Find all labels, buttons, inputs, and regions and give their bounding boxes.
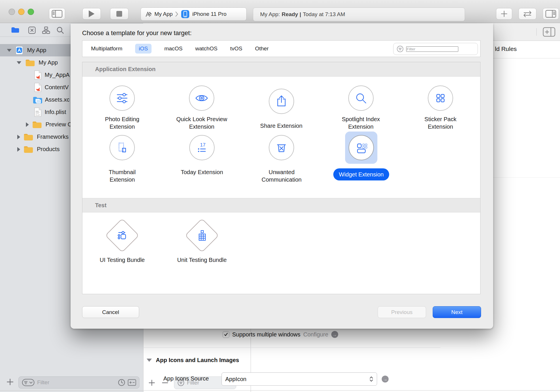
template-share-extension[interactable]: Share Extension — [241, 85, 321, 130]
tab-ios[interactable]: iOS — [135, 44, 152, 54]
stepper-chevrons-icon — [369, 376, 373, 382]
panel-right-icon — [545, 10, 556, 18]
tab-other[interactable]: Other — [255, 45, 269, 52]
template-unit-testing-bundle[interactable]: Unit Testing Bundle — [162, 219, 242, 273]
template-quick-look-preview-extension[interactable]: Quick Look Preview Extension — [162, 85, 241, 130]
template-filter-field[interactable] — [393, 43, 478, 55]
navigator-filter-field[interactable] — [18, 376, 139, 389]
configure-link[interactable]: Configure — [303, 331, 328, 338]
close-window-button[interactable] — [9, 9, 15, 15]
disclosure-down-icon[interactable] — [7, 49, 12, 52]
square-x-icon — [28, 26, 36, 34]
disclosure-down-icon[interactable] — [17, 61, 21, 64]
section-header-application-extension: Application Extension — [82, 62, 480, 77]
separator — [536, 28, 537, 36]
plus-icon — [500, 10, 508, 18]
folder-icon — [25, 59, 35, 66]
filter-icon — [396, 45, 404, 53]
status-project: My App: — [260, 11, 280, 18]
thumbnail-icon — [115, 140, 129, 155]
stop-icon — [116, 11, 122, 17]
divider — [143, 347, 440, 348]
magnifier-icon — [354, 91, 368, 105]
template-spotlight-index-extension[interactable]: Spotlight Index Extension — [321, 85, 401, 130]
tab-tvos[interactable]: tvOS — [230, 45, 242, 52]
minimize-window-button[interactable] — [18, 9, 24, 15]
svg-text:17: 17 — [200, 142, 205, 148]
stop-button[interactable] — [110, 8, 128, 20]
widget-extension-label: Widget Extension — [333, 168, 389, 180]
template-photo-editing-extension[interactable]: Photo Editing Extension — [82, 85, 162, 130]
disclosure-down-icon[interactable] — [147, 359, 152, 362]
build-rules-tab-label[interactable]: ld Rules — [495, 45, 517, 52]
divider — [493, 177, 560, 178]
source-control-tab[interactable] — [28, 26, 36, 34]
scheme-device-name: iPhone 11 Pro — [192, 11, 226, 17]
next-button[interactable]: Next — [433, 306, 481, 318]
app-icons-source-value: AppIcon — [225, 376, 246, 383]
template-sticker-pack-extension[interactable]: Sticker Pack Extension — [401, 85, 480, 130]
swift-file-icon — [34, 70, 42, 80]
configure-arrow-icon[interactable]: → — [331, 331, 338, 338]
template-widget-extension[interactable]: Widget Extension — [321, 132, 401, 198]
activity-status-display: My App: Ready | Today at 7:13 AM — [253, 7, 465, 21]
app-icons-source-dropdown[interactable]: AppIcon — [222, 372, 377, 386]
template-today-extension[interactable]: 17 Today Extension — [162, 132, 242, 198]
toggle-inspector-button[interactable] — [543, 8, 559, 20]
tree-label: ContentV — [45, 84, 69, 91]
cancel-button[interactable]: Cancel — [82, 306, 139, 318]
template-chooser-dialog: Choose a template for your new target: M… — [71, 24, 493, 329]
check-icon — [224, 332, 228, 336]
template-thumbnail-extension[interactable]: Thumbnail Extension — [82, 132, 162, 198]
tree-label: Info.plist — [45, 109, 66, 115]
zoom-window-button[interactable] — [28, 9, 34, 15]
folder-icon — [32, 121, 42, 128]
folder-icon — [11, 26, 20, 33]
tab-watchos[interactable]: watchOS — [195, 45, 217, 52]
folder-icon — [24, 145, 33, 153]
tab-multiplatform[interactable]: Multiplatform — [91, 45, 122, 52]
tab-macos[interactable]: macOS — [164, 45, 182, 52]
hierarchy-icon — [42, 26, 50, 34]
source-control-status-icon[interactable] — [128, 379, 136, 386]
previous-button[interactable]: Previous — [378, 306, 426, 318]
recent-files-clock-icon[interactable] — [118, 379, 125, 386]
svg-text:PLIST: PLIST — [36, 114, 40, 116]
scheme-selector[interactable]: My App iPhone 11 Pro — [141, 7, 247, 21]
app-icons-source-label: App Icons Source — [163, 375, 209, 382]
disclosure-right-icon[interactable] — [26, 122, 29, 127]
run-button[interactable] — [82, 8, 101, 20]
today-calendar-list-icon: 17 — [195, 140, 209, 155]
supports-multiple-windows-checkbox[interactable] — [223, 331, 229, 338]
add-item-button[interactable] — [6, 378, 14, 386]
ui-testing-icon — [115, 229, 129, 242]
unit-testing-icon — [195, 229, 209, 242]
app-icons-header: App Icons and Launch Images — [156, 357, 239, 364]
library-add-button[interactable] — [496, 8, 512, 20]
find-navigator-tab[interactable] — [56, 26, 64, 34]
disclosure-right-icon[interactable] — [17, 135, 20, 139]
toggle-navigator-button[interactable] — [49, 8, 65, 20]
template-unwanted-communication[interactable]: Unwanted Communication — [242, 132, 321, 198]
panel-left-icon — [52, 10, 63, 18]
tree-label: Frameworks — [37, 134, 69, 140]
sliders-icon — [115, 91, 129, 105]
play-icon — [88, 10, 95, 18]
app-icons-arrow-icon[interactable]: → — [382, 376, 389, 383]
add-editor-button[interactable] — [543, 27, 555, 37]
window-toolbar: My App iPhone 11 Pro My App: Ready | Tod… — [0, 0, 560, 23]
version-editor-button[interactable] — [519, 8, 536, 20]
filter-menu-icon — [22, 379, 35, 386]
tree-label: Assets.xc — [45, 96, 70, 103]
template-filter-input[interactable] — [406, 46, 458, 52]
blocked-bin-icon — [274, 140, 289, 155]
tree-label: My App — [39, 59, 58, 66]
navigator-filter-input[interactable] — [37, 379, 116, 386]
symbol-navigator-tab[interactable] — [42, 26, 50, 34]
app-icons-header-row[interactable]: App Icons and Launch Images — [147, 357, 239, 364]
disclosure-right-icon[interactable] — [17, 147, 20, 152]
project-navigator-tab[interactable] — [11, 26, 20, 33]
template-ui-testing-bundle[interactable]: UI Testing Bundle — [82, 219, 162, 273]
scheme-app-name: My App — [154, 11, 173, 17]
add-target-button[interactable] — [148, 379, 156, 387]
